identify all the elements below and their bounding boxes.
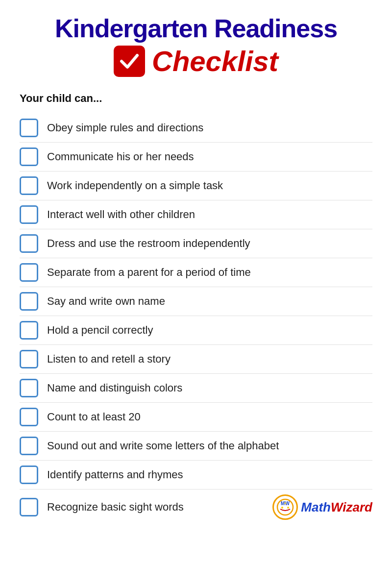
item-text-4: Interact well with other children xyxy=(47,208,372,221)
checkbox-3[interactable] xyxy=(20,176,38,195)
title-line1: Kindergarten Readiness xyxy=(20,15,372,43)
list-item: Hold a pencil correctly xyxy=(20,316,372,345)
list-item: Count to at least 20 xyxy=(20,403,372,432)
checkbox-12[interactable] xyxy=(20,437,38,455)
mathwizard-logo: MW MathWizard xyxy=(272,494,372,520)
item-text-3: Work independently on a simple task xyxy=(47,179,372,192)
item-text-14: Recognize basic sight words xyxy=(47,501,264,514)
item-text-2: Communicate his or her needs xyxy=(47,150,372,163)
mw-brand-text: MathWizard xyxy=(301,500,372,515)
checkmark-icon xyxy=(114,46,145,77)
checkbox-5[interactable] xyxy=(20,234,38,253)
checkbox-14[interactable] xyxy=(20,498,38,516)
list-item: Sound out and write some letters of the … xyxy=(20,432,372,461)
subtitle: Your child can... xyxy=(20,92,372,105)
item-text-11: Count to at least 20 xyxy=(47,411,372,423)
checkbox-8[interactable] xyxy=(20,321,38,340)
checklist: Obey simple rules and directions Communi… xyxy=(20,114,372,525)
item-text-6: Separate from a parent for a period of t… xyxy=(47,266,372,279)
item-text-9: Listen to and retell a story xyxy=(47,353,372,366)
list-item: Communicate his or her needs xyxy=(20,143,372,172)
title-checklist: Checklist xyxy=(152,45,278,77)
item-text-8: Hold a pencil correctly xyxy=(47,324,372,337)
item-text-10: Name and distinguish colors xyxy=(47,382,372,394)
checkbox-10[interactable] xyxy=(20,379,38,397)
checkbox-9[interactable] xyxy=(20,350,38,368)
item-text-5: Dress and use the restroom independently xyxy=(47,237,372,250)
checkbox-1[interactable] xyxy=(20,119,38,137)
checkbox-6[interactable] xyxy=(20,263,38,282)
list-item: Say and write own name xyxy=(20,287,372,316)
list-item: Listen to and retell a story xyxy=(20,345,372,374)
page-header: Kindergarten Readiness Checklist xyxy=(20,15,372,77)
svg-point-2 xyxy=(281,507,283,509)
checkbox-4[interactable] xyxy=(20,205,38,224)
list-item: Work independently on a simple task xyxy=(20,172,372,200)
item-text-1: Obey simple rules and directions xyxy=(47,122,372,134)
checkbox-11[interactable] xyxy=(20,408,38,426)
list-item: Separate from a parent for a period of t… xyxy=(20,258,372,287)
list-item: Obey simple rules and directions xyxy=(20,114,372,143)
item-text-13: Identify patterns and rhymes xyxy=(47,468,372,481)
list-item: Identify patterns and rhymes xyxy=(20,461,372,490)
list-item: Name and distinguish colors xyxy=(20,374,372,403)
checkbox-7[interactable] xyxy=(20,292,38,311)
list-item: Dress and use the restroom independently xyxy=(20,229,372,258)
svg-point-3 xyxy=(287,507,289,509)
item-text-7: Say and write own name xyxy=(47,295,372,308)
title-line2: Checklist xyxy=(20,45,372,77)
list-item: Interact well with other children xyxy=(20,200,372,229)
checkbox-13[interactable] xyxy=(20,466,38,484)
checkbox-2[interactable] xyxy=(20,147,38,166)
item-text-12: Sound out and write some letters of the … xyxy=(47,440,372,452)
list-item: Recognize basic sight words MW xyxy=(20,490,372,525)
mw-circle-icon: MW xyxy=(272,494,298,520)
